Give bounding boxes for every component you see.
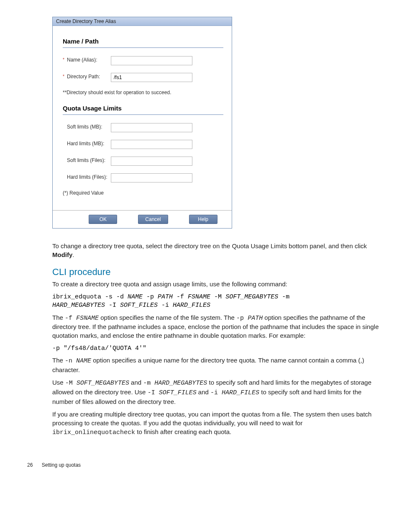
fsname-path-explanation: The -f FSNAME option specifies the name … bbox=[52, 314, 382, 340]
soft-files-input[interactable] bbox=[111, 157, 192, 166]
directory-path-input[interactable] bbox=[111, 73, 192, 82]
path-quote-example: -p "/fs48/data/'QUOTA 4'" bbox=[52, 344, 382, 353]
divider bbox=[63, 47, 223, 48]
create-alias-dialog: Create Directory Tree Alias Name / Path … bbox=[52, 17, 232, 229]
soft-mb-label: Soft limits (MB): bbox=[63, 123, 111, 131]
divider bbox=[63, 114, 223, 115]
edquota-command: ibrix_edquota -s -d NAME -p PATH -f FSNA… bbox=[52, 293, 382, 310]
dialog-titlebar: Create Directory Tree Alias bbox=[53, 17, 232, 26]
cli-procedure-heading: CLI procedure bbox=[52, 267, 382, 278]
hard-mb-label: Hard limits (MB): bbox=[63, 140, 111, 147]
name-option-explanation: The -n NAME option specifies a unique na… bbox=[52, 356, 382, 374]
soft-files-label: Soft limits (Files): bbox=[63, 157, 111, 164]
hard-files-row: Hard limits (Files): bbox=[63, 173, 223, 182]
quota-heading: Quota Usage Limits bbox=[63, 105, 223, 112]
hard-mb-row: Hard limits (MB): bbox=[63, 140, 223, 149]
help-button[interactable]: Help bbox=[189, 215, 217, 224]
name-alias-label: Name (Alias): bbox=[67, 56, 111, 64]
dialog-body: Name / Path * Name (Alias): * Directory … bbox=[53, 26, 232, 210]
modify-instruction: To change a directory tree quota, select… bbox=[52, 242, 382, 259]
text: . bbox=[72, 251, 74, 258]
modify-bold: Modify bbox=[52, 251, 72, 258]
page-number: 26 bbox=[27, 462, 33, 468]
section-title: Setting up quotas bbox=[42, 462, 81, 468]
cli-intro: To create a directory tree quota and ass… bbox=[52, 280, 382, 289]
required-marker-icon: * bbox=[63, 73, 67, 80]
name-alias-input[interactable] bbox=[111, 56, 192, 65]
limits-explanation: Use -M SOFT_MEGABYTES and -m HARD_MEGABY… bbox=[52, 378, 382, 406]
hard-files-input[interactable] bbox=[111, 173, 192, 182]
ok-button[interactable]: OK bbox=[89, 215, 117, 224]
document-page: Create Directory Tree Alias Name / Path … bbox=[0, 0, 399, 476]
directory-path-label: Directory Path: bbox=[67, 73, 111, 80]
soft-mb-input[interactable] bbox=[111, 123, 192, 132]
soft-files-row: Soft limits (Files): bbox=[63, 157, 223, 166]
name-path-heading: Name / Path bbox=[63, 38, 223, 45]
directory-path-row: * Directory Path: bbox=[63, 73, 223, 82]
text: To change a directory tree quota, select… bbox=[52, 242, 367, 249]
path-hint: **Directory should exist for operation t… bbox=[63, 90, 223, 95]
soft-mb-row: Soft limits (MB): bbox=[63, 123, 223, 132]
batch-import-explanation: If you are creating multiple directory t… bbox=[52, 410, 382, 437]
required-note: (*) Required Value bbox=[63, 190, 223, 196]
cancel-button[interactable]: Cancel bbox=[138, 215, 168, 224]
hard-files-label: Hard limits (Files): bbox=[63, 173, 111, 181]
page-footer: 26 Setting up quotas bbox=[27, 462, 382, 468]
required-marker-icon: * bbox=[63, 56, 67, 64]
name-alias-row: * Name (Alias): bbox=[63, 56, 223, 65]
hard-mb-input[interactable] bbox=[111, 140, 192, 149]
dialog-footer: OK Cancel Help bbox=[53, 210, 232, 228]
dialog-title: Create Directory Tree Alias bbox=[56, 18, 116, 24]
